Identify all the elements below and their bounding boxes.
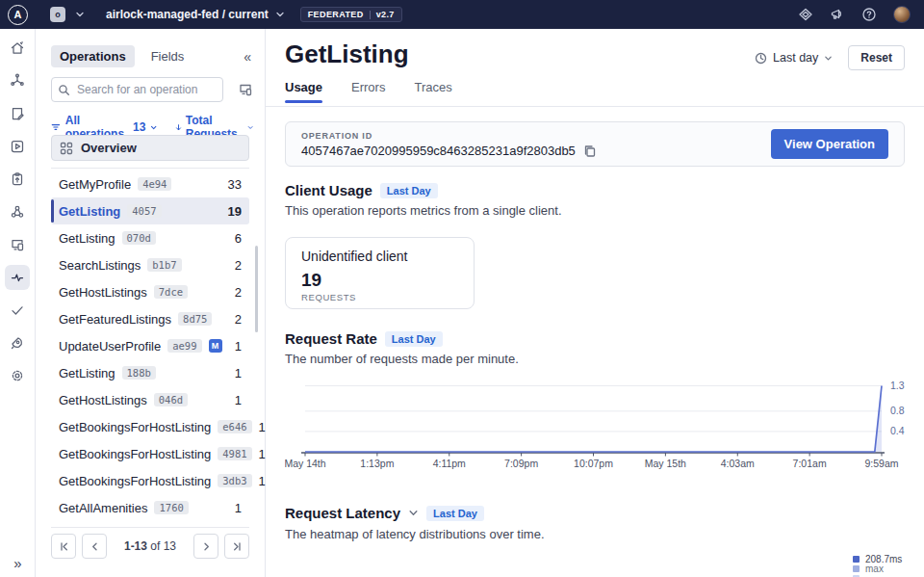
org-avatar[interactable]: o <box>50 7 65 22</box>
client-usage-heading: Client Usage <box>285 182 372 198</box>
operation-name: GetFeaturedListings <box>59 312 171 327</box>
operation-name: GetListing <box>59 204 120 219</box>
svg-text:May 14th: May 14th <box>285 458 326 469</box>
operation-id-label: OPERATION ID <box>301 131 596 141</box>
operation-count: 2 <box>235 258 242 273</box>
insights-pulse-icon <box>10 270 25 285</box>
previous-page-button[interactable] <box>82 534 107 559</box>
tab-operations[interactable]: Operations <box>51 45 135 67</box>
heatmap-legend-max-label: max <box>865 564 884 574</box>
gear-icon <box>10 368 25 383</box>
svg-text:0.4: 0.4 <box>890 425 905 436</box>
overview-item[interactable]: Overview <box>51 135 249 161</box>
svg-text:7:01am: 7:01am <box>793 458 827 469</box>
graph-layers-icon[interactable] <box>798 7 813 22</box>
panel-tabs: Operations Fields « <box>51 45 251 67</box>
operation-row[interactable]: GetAllAmenities 1760 1 <box>51 494 249 521</box>
svg-text:1.3: 1.3 <box>890 380 905 391</box>
operation-name: GetListing <box>59 231 116 246</box>
operation-hash: 188b <box>122 366 156 380</box>
svg-text:9:59am: 9:59am <box>864 458 898 469</box>
sidebar-item-graph[interactable] <box>5 68 30 93</box>
sidebar-expand-icon[interactable]: » <box>0 555 36 571</box>
operation-row[interactable]: SearchListings b1b7 2 <box>51 251 249 278</box>
view-operation-button[interactable]: View Operation <box>771 129 888 159</box>
first-page-button[interactable] <box>51 534 76 559</box>
operation-row[interactable]: GetHostListings 7dce 2 <box>51 278 249 305</box>
checkmark-icon <box>10 302 25 318</box>
operation-row[interactable]: GetListing 4057 19 <box>51 197 249 224</box>
help-icon[interactable] <box>861 7 877 22</box>
operation-hash: 4e94 <box>138 177 171 191</box>
time-range-dropdown[interactable]: Last day <box>755 51 833 65</box>
client-usage-lastday-badge: Last Day <box>380 183 438 198</box>
sidebar-item-schema[interactable] <box>5 101 30 126</box>
operation-id-panel: OPERATION ID 4057467ae7020995959c8463285… <box>285 121 905 167</box>
sidebar-item-insights[interactable] <box>5 265 30 290</box>
operations-panel: Operations Fields « <box>36 29 266 577</box>
sidebar-item-home[interactable] <box>5 36 30 61</box>
org-chevron-down-icon[interactable] <box>75 6 85 23</box>
tab-usage[interactable]: Usage <box>285 80 322 103</box>
operation-name: SearchListings <box>59 258 141 273</box>
home-icon <box>10 40 25 56</box>
explorer-play-icon <box>10 139 25 154</box>
operation-hash: 4981 <box>218 447 251 460</box>
operation-row[interactable]: GetListing 070d 6 <box>51 224 249 251</box>
tab-fields[interactable]: Fields <box>142 45 193 67</box>
filter-chevron-down-icon <box>150 123 157 132</box>
search-input[interactable] <box>51 77 223 102</box>
operation-row[interactable]: GetBookingsForHostListing 3db3 1 <box>51 467 249 494</box>
tab-errors[interactable]: Errors <box>351 80 385 103</box>
operation-hash: e646 <box>218 420 251 433</box>
operation-row[interactable]: GetFeaturedListings 8d75 2 <box>51 305 249 332</box>
operation-row[interactable]: GetBookingsForHostListing 4981 1 <box>51 440 249 467</box>
panel-divider <box>51 168 249 169</box>
operation-count: 1 <box>259 447 266 461</box>
graph-selector[interactable]: airlock-managed-fed / current <box>106 8 285 21</box>
filter-icon <box>51 121 61 133</box>
request-rate-description: The number of requests made per minute. <box>285 352 519 366</box>
operation-row[interactable]: GetHostListings 046d 1 <box>51 386 249 413</box>
clients-filter-icon[interactable] <box>238 82 253 97</box>
graph-network-icon <box>10 73 25 89</box>
operation-row[interactable]: GetListing 188b 1 <box>51 359 249 386</box>
subgraphs-icon <box>10 204 25 220</box>
operation-name: GetBookingsForHostListing <box>59 474 211 488</box>
next-page-button[interactable] <box>193 534 218 559</box>
operation-count: 1 <box>259 474 266 488</box>
operation-hash: 046d <box>154 393 188 407</box>
sidebar-item-changelog[interactable] <box>5 167 30 192</box>
user-avatar[interactable] <box>893 6 911 23</box>
operation-hash: 070d <box>122 231 156 245</box>
latency-chevron-down-icon[interactable] <box>408 508 419 518</box>
operation-hash: 8d75 <box>178 312 212 326</box>
sidebar-item-subgraphs[interactable] <box>5 199 30 224</box>
search-icon <box>58 83 70 100</box>
operation-row[interactable]: GetBookingsForHostListing e646 1 <box>51 413 249 440</box>
federation-badge: FEDERATED v2.7 <box>300 7 402 22</box>
sidebar-item-clients[interactable] <box>5 232 30 257</box>
sidebar-item-settings[interactable] <box>5 363 30 388</box>
tab-traces[interactable]: Traces <box>414 80 451 103</box>
panel-collapse-icon[interactable]: « <box>244 49 251 65</box>
operation-name: GetMyProfile <box>59 177 131 192</box>
apollo-logo-icon[interactable]: A <box>8 5 28 25</box>
operation-row[interactable]: GetMyProfile 4e94 33 <box>51 170 249 197</box>
operation-count: 1 <box>235 366 242 380</box>
list-scrollbar[interactable] <box>255 246 258 332</box>
sidebar-item-checks[interactable] <box>5 298 30 323</box>
time-range-label: Last day <box>773 51 818 65</box>
operation-row[interactable]: UpdateUserProfile ae99 M 1 <box>51 332 249 359</box>
reset-button[interactable]: Reset <box>848 45 905 70</box>
last-page-button[interactable] <box>224 534 249 559</box>
operation-name: GetHostListings <box>59 393 147 407</box>
copy-icon[interactable] <box>583 144 596 157</box>
sidebar-item-explorer[interactable] <box>5 134 30 159</box>
announcements-megaphone-icon[interactable] <box>830 7 845 22</box>
operation-hash: ae99 <box>167 339 201 353</box>
sidebar-item-launches[interactable] <box>5 330 30 355</box>
operation-name: GetBookingsForHostListing <box>59 447 211 461</box>
operation-name: GetHostListings <box>59 285 147 300</box>
request-rate-lastday-badge: Last Day <box>385 331 443 347</box>
